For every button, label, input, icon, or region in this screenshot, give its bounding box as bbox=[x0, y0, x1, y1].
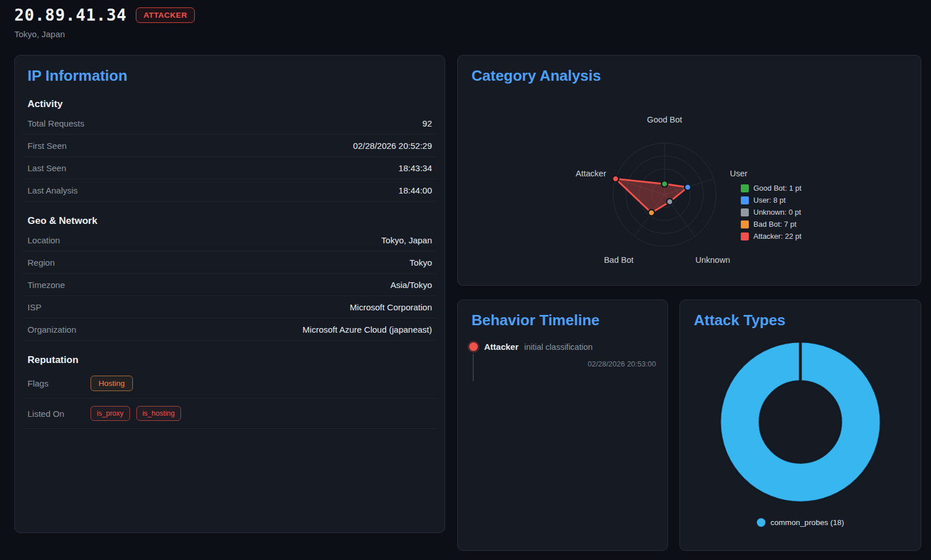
radar-point-attacker[interactable] bbox=[612, 176, 619, 182]
row-label: First Seen bbox=[28, 141, 66, 151]
donut-legend-item[interactable]: common_probes (18) bbox=[757, 518, 844, 527]
location-text: Tokyo, Japan bbox=[14, 29, 195, 39]
event-description: initial classification bbox=[524, 342, 592, 352]
row-label: ISP bbox=[28, 302, 41, 312]
section-heading-activity: Activity bbox=[28, 98, 432, 110]
behavior-timeline-title: Behavior Timeline bbox=[472, 311, 654, 329]
row-label: Total Requests bbox=[28, 119, 84, 128]
row-label: Region bbox=[28, 258, 55, 267]
badge-group: is_proxyis_hosting bbox=[91, 406, 187, 421]
row-value: Asia/Tokyo bbox=[390, 280, 432, 290]
row-value: 92 bbox=[422, 119, 432, 128]
row-label: Listed On bbox=[28, 409, 91, 419]
legend-item-user[interactable]: User: 8 pt bbox=[741, 196, 802, 204]
radar-axis-label-good-bot: Good Bot bbox=[647, 115, 682, 124]
radar-axis-label-unknown: Unknown bbox=[696, 255, 730, 265]
badge-row-listed-on: Listed Onis_proxyis_hosting bbox=[23, 399, 437, 429]
timeline-connector bbox=[473, 354, 474, 381]
ip-information-title: IP Information bbox=[28, 67, 432, 85]
info-row-region: RegionTokyo bbox=[23, 251, 437, 274]
info-row-first-seen: First Seen02/28/2026 20:52:29 bbox=[23, 135, 437, 157]
category-radar-chart[interactable]: Good BotUserUnknownBad BotAttacker bbox=[467, 89, 912, 283]
radar-axis-label-user: User bbox=[730, 169, 748, 178]
row-label: Last Seen bbox=[28, 163, 66, 173]
info-row-total-requests: Total Requests92 bbox=[23, 112, 437, 135]
category-analysis-panel: Category Analysis Good BotUserUnknownBad… bbox=[457, 55, 921, 286]
info-row-organization: OrganizationMicrosoft Azure Cloud (japan… bbox=[23, 318, 437, 341]
info-row-timezone: TimezoneAsia/Tokyo bbox=[23, 274, 437, 296]
category-analysis-title: Category Analysis bbox=[472, 67, 907, 85]
page-header: 20.89.41.34 ATTACKER Tokyo, Japan bbox=[14, 6, 195, 39]
legend-item-attacker[interactable]: Attacker: 22 pt bbox=[741, 232, 802, 240]
section-heading-geo-network: Geo & Network bbox=[28, 215, 432, 227]
section-heading-reputation: Reputation bbox=[28, 354, 432, 366]
flag-badge-is-proxy: is_proxy bbox=[91, 406, 130, 421]
legend-label: Bad Bot: 7 pt bbox=[753, 220, 796, 228]
info-row-last-analysis: Last Analysis18:44:00 bbox=[23, 179, 437, 202]
radar-point-good-bot[interactable] bbox=[662, 181, 668, 187]
timeline-list: Attackerinitial classification02/28/2026… bbox=[467, 342, 658, 368]
attack-types-panel: Attack Types common_probes (18) bbox=[679, 299, 921, 551]
timeline-dot bbox=[469, 342, 478, 351]
legend-swatch-bad-bot bbox=[741, 220, 749, 228]
row-label: Flags bbox=[28, 378, 91, 388]
donut-legend-swatch bbox=[757, 518, 765, 527]
ip-address: 20.89.41.34 bbox=[14, 6, 127, 25]
legend-swatch-user bbox=[741, 196, 749, 204]
legend-label: Attacker: 22 pt bbox=[753, 232, 802, 240]
timeline-event: Attackerinitial classification02/28/2026… bbox=[469, 342, 656, 368]
legend-item-good-bot[interactable]: Good Bot: 1 pt bbox=[741, 184, 802, 192]
badge-row-flags: FlagsHosting bbox=[23, 368, 437, 399]
row-value: Tokyo bbox=[410, 258, 432, 267]
radar-legend: Good Bot: 1 ptUser: 8 ptUnknown: 0 ptBad… bbox=[741, 184, 802, 240]
info-row-isp: ISPMicrosoft Corporation bbox=[23, 296, 437, 318]
row-value: 18:43:34 bbox=[399, 163, 432, 173]
legend-item-unknown[interactable]: Unknown: 0 pt bbox=[741, 208, 802, 216]
legend-swatch-good-bot bbox=[741, 184, 749, 192]
row-value: Microsoft Azure Cloud (japaneast) bbox=[303, 325, 432, 334]
flag-badge-is-hosting: is_hosting bbox=[136, 406, 181, 421]
legend-label: Good Bot: 1 pt bbox=[753, 184, 802, 192]
row-label: Last Analysis bbox=[28, 186, 78, 195]
radar-axis-label-attacker: Attacker bbox=[576, 169, 606, 178]
radar-point-unknown[interactable] bbox=[666, 199, 673, 205]
category-radar-area: Good BotUserUnknownBad BotAttacker Good … bbox=[467, 89, 912, 281]
info-row-location: LocationTokyo, Japan bbox=[23, 229, 437, 251]
row-value: 02/28/2026 20:52:29 bbox=[353, 141, 432, 151]
row-value: 18:44:00 bbox=[399, 186, 432, 195]
radar-point-bad-bot[interactable] bbox=[649, 210, 655, 216]
donut-legend-label: common_probes (18) bbox=[771, 518, 844, 527]
ip-information-sections: ActivityTotal Requests92First Seen02/28/… bbox=[23, 98, 437, 429]
row-value: Tokyo, Japan bbox=[382, 235, 432, 245]
badge-group: Hosting bbox=[91, 376, 139, 391]
behavior-timeline-panel: Behavior Timeline Attackerinitial classi… bbox=[457, 299, 668, 551]
row-label: Organization bbox=[28, 325, 76, 334]
status-badge: ATTACKER bbox=[136, 7, 194, 23]
ip-information-panel: IP Information ActivityTotal Requests92F… bbox=[14, 55, 445, 533]
legend-item-bad-bot[interactable]: Bad Bot: 7 pt bbox=[741, 220, 802, 228]
radar-point-user[interactable] bbox=[685, 184, 691, 190]
radar-axis-label-bad-bot: Bad Bot bbox=[604, 255, 634, 265]
legend-label: Unknown: 0 pt bbox=[753, 208, 801, 216]
flag-badge-hosting: Hosting bbox=[91, 376, 133, 391]
info-row-last-seen: Last Seen18:43:34 bbox=[23, 157, 437, 179]
row-value: Microsoft Corporation bbox=[350, 302, 432, 312]
row-label: Location bbox=[28, 235, 60, 245]
legend-label: User: 8 pt bbox=[753, 196, 785, 204]
row-label: Timezone bbox=[28, 280, 65, 290]
event-timestamp: 02/28/2026 20:53:00 bbox=[484, 360, 656, 368]
event-category: Attacker bbox=[484, 342, 518, 352]
legend-swatch-unknown bbox=[741, 208, 749, 216]
attack-types-title: Attack Types bbox=[694, 311, 907, 329]
attack-types-donut-chart[interactable] bbox=[717, 338, 884, 508]
legend-swatch-attacker bbox=[741, 232, 749, 240]
